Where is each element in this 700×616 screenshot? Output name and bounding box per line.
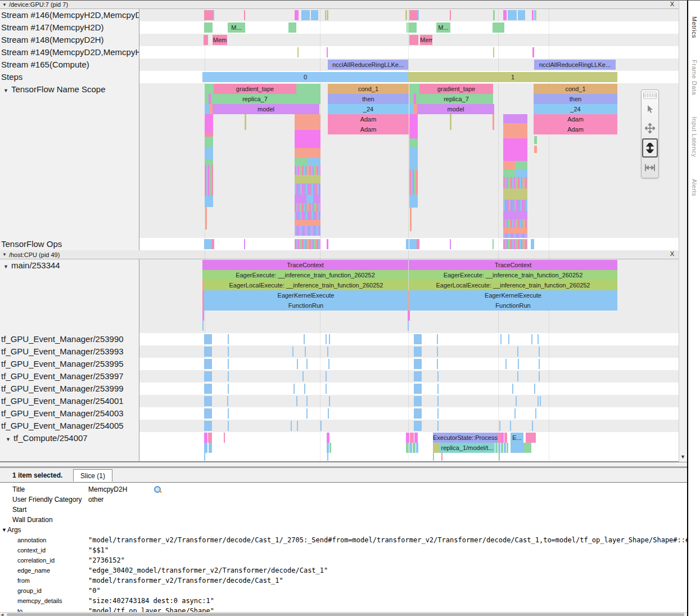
trace-slice[interactable]: model bbox=[213, 104, 319, 114]
trace-tick[interactable] bbox=[204, 23, 213, 33]
trace-tick[interactable] bbox=[295, 175, 320, 183]
pan-tool-button[interactable] bbox=[643, 119, 657, 137]
trace-tick[interactable] bbox=[293, 384, 295, 394]
trace-tick[interactable] bbox=[414, 94, 416, 104]
trace-slice[interactable]: cond_1 bbox=[534, 84, 617, 94]
trace-tick[interactable] bbox=[202, 321, 204, 331]
trace-slice[interactable]: ncclAllReduceRingLLKe... bbox=[534, 60, 616, 70]
trace-tick[interactable] bbox=[329, 443, 331, 453]
trace-tick[interactable] bbox=[204, 453, 205, 461]
trace-tick[interactable] bbox=[204, 384, 212, 394]
trace-tick[interactable] bbox=[204, 396, 212, 406]
trace-tick[interactable] bbox=[296, 396, 297, 406]
trace-tick[interactable] bbox=[540, 396, 541, 406]
trace-tick[interactable] bbox=[409, 239, 417, 249]
trace-tick[interactable] bbox=[208, 433, 212, 443]
trace-tick[interactable] bbox=[532, 10, 534, 20]
trace-tick[interactable] bbox=[405, 10, 407, 20]
track-canvas[interactable] bbox=[139, 383, 679, 395]
tab-metrics[interactable]: Metrics bbox=[691, 16, 698, 38]
trace-slice[interactable]: Mem bbox=[420, 35, 432, 45]
trace-tick[interactable] bbox=[526, 433, 536, 443]
trace-tick[interactable] bbox=[306, 408, 308, 419]
trace-tick[interactable] bbox=[437, 334, 438, 344]
trace-tick[interactable] bbox=[493, 47, 494, 57]
trace-tick[interactable] bbox=[202, 311, 204, 321]
trace-tick[interactable] bbox=[539, 347, 540, 357]
trace-tick[interactable] bbox=[504, 433, 507, 443]
trace-tick[interactable] bbox=[450, 10, 451, 20]
trace-tick[interactable] bbox=[409, 195, 418, 208]
trace-tick[interactable] bbox=[501, 443, 503, 453]
trace-tick[interactable] bbox=[441, 453, 442, 461]
trace-slice[interactable]: EagerExecute: __inference_train_function… bbox=[409, 270, 617, 280]
trace-tick[interactable] bbox=[311, 10, 318, 20]
trace-tick[interactable] bbox=[512, 384, 513, 394]
trace-tick[interactable] bbox=[212, 239, 214, 249]
trace-tick[interactable] bbox=[295, 203, 320, 212]
trace-tick[interactable] bbox=[209, 94, 211, 104]
trace-tick[interactable] bbox=[228, 408, 229, 419]
trace-tick[interactable] bbox=[417, 239, 419, 249]
trace-tick[interactable] bbox=[227, 396, 228, 406]
trace-tick[interactable] bbox=[503, 200, 527, 211]
trace-tick[interactable] bbox=[495, 443, 498, 453]
trace-tick[interactable] bbox=[327, 239, 328, 249]
track-row-label[interactable]: ▼TensorFlow Name Scope bbox=[0, 83, 139, 238]
track-canvas[interactable] bbox=[139, 46, 679, 59]
trace-tick[interactable] bbox=[418, 10, 419, 20]
trace-tick[interactable] bbox=[304, 384, 305, 394]
trace-slice[interactable]: Adam bbox=[534, 114, 617, 124]
cpu-panel-expander-icon[interactable]: ▼ bbox=[2, 252, 7, 257]
trace-slice[interactable]: Mem bbox=[213, 35, 227, 45]
trace-tick[interactable] bbox=[493, 23, 504, 33]
trace-slice[interactable]: TraceContext bbox=[202, 260, 408, 270]
trace-tick[interactable] bbox=[532, 47, 534, 57]
trace-tick[interactable] bbox=[409, 148, 418, 169]
track-row-label[interactable]: ▼main/253344 bbox=[0, 259, 139, 333]
trace-tick[interactable] bbox=[204, 239, 212, 249]
trace-tick[interactable] bbox=[295, 10, 299, 20]
trace-tick[interactable] bbox=[493, 239, 494, 249]
trace-slice[interactable]: Adam bbox=[328, 114, 409, 124]
trace-tick[interactable] bbox=[503, 228, 527, 233]
trace-tick[interactable] bbox=[329, 334, 330, 344]
track-canvas[interactable] bbox=[139, 9, 679, 21]
trace-tick[interactable] bbox=[205, 196, 213, 207]
trace-tick[interactable] bbox=[296, 94, 320, 104]
tab-alerts[interactable]: Alerts bbox=[691, 179, 698, 196]
track-canvas[interactable]: 01 bbox=[139, 71, 679, 83]
trace-tick[interactable] bbox=[409, 84, 419, 94]
trace-slice[interactable]: EagerLocalExecute: __inference_train_fun… bbox=[204, 280, 408, 290]
trace-tick[interactable] bbox=[409, 169, 418, 195]
trace-tick[interactable] bbox=[327, 10, 328, 20]
trace-tick[interactable] bbox=[414, 408, 422, 419]
trace-tick[interactable] bbox=[204, 359, 212, 369]
trace-tick[interactable] bbox=[433, 443, 440, 453]
trace-tick[interactable] bbox=[414, 371, 422, 381]
trace-tick[interactable] bbox=[515, 161, 527, 169]
trace-slice[interactable]: _24 bbox=[328, 104, 409, 114]
trace-tick[interactable] bbox=[437, 396, 439, 406]
trace-tick[interactable] bbox=[523, 443, 531, 453]
trace-tick[interactable] bbox=[507, 443, 508, 453]
trace-tick[interactable] bbox=[414, 384, 422, 394]
trace-tick[interactable] bbox=[408, 311, 410, 321]
trace-slice[interactable]: E... bbox=[511, 433, 523, 443]
trace-tick[interactable] bbox=[538, 396, 539, 406]
trace-tick[interactable] bbox=[205, 104, 209, 114]
trace-tick[interactable] bbox=[326, 334, 327, 344]
trace-tick[interactable] bbox=[295, 212, 320, 220]
row-expander-icon[interactable]: ▼ bbox=[6, 437, 11, 442]
horizontal-scrollbar[interactable]: ◀ bbox=[0, 612, 687, 616]
track-canvas[interactable] bbox=[139, 370, 679, 383]
trace-tick[interactable] bbox=[503, 219, 527, 228]
trace-tick[interactable] bbox=[204, 35, 208, 45]
trace-tick[interactable] bbox=[493, 10, 495, 20]
trace-tick[interactable] bbox=[450, 114, 451, 130]
trace-tick[interactable] bbox=[518, 359, 519, 369]
trace-slice[interactable]: _24 bbox=[534, 104, 617, 114]
trace-tick[interactable] bbox=[493, 114, 494, 130]
trace-slice[interactable]: EagerLocalExecute: __inference_train_fun… bbox=[409, 280, 617, 290]
track-canvas[interactable]: ExecutorState::ProcessE...replica_1/mode… bbox=[139, 432, 679, 461]
